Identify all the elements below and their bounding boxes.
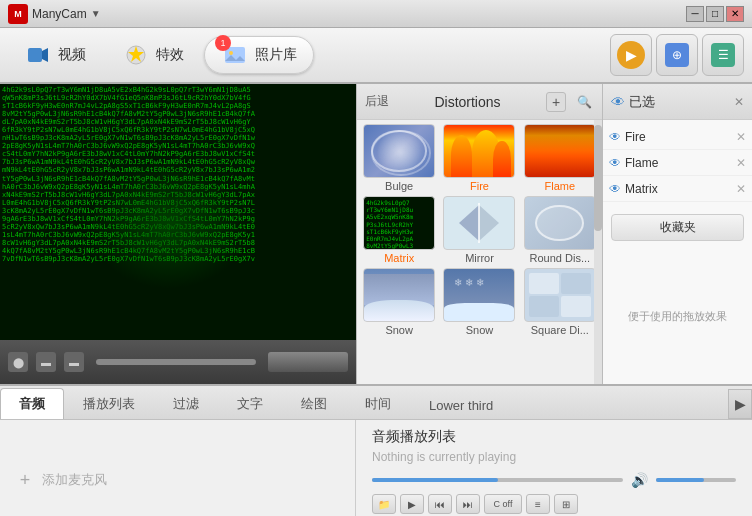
audio-status: Nothing is currently playing <box>372 450 736 464</box>
selected-header-text: 已选 <box>629 93 655 111</box>
svg-text:⊕: ⊕ <box>672 48 682 62</box>
audio-next-button[interactable]: ⏭ <box>456 494 480 514</box>
selected-remove-flame[interactable]: ✕ <box>736 156 746 170</box>
collect-button[interactable]: 收藏夹 <box>611 214 744 241</box>
selected-label-flame: Flame <box>625 156 732 170</box>
toolbar-btn-3[interactable]: ☰ <box>702 34 744 76</box>
effect-mirror[interactable]: Mirror <box>441 196 517 264</box>
selected-list: 👁 Fire ✕ 👁 Flame ✕ 👁 Matrix ✕ <box>603 120 752 206</box>
close-button[interactable]: ✕ <box>726 6 744 22</box>
audio-off-button[interactable]: C off <box>484 494 522 514</box>
snapshot-button[interactable]: ▬ <box>36 352 56 372</box>
effect-snow1[interactable]: Snow <box>361 268 437 336</box>
audio-controls: 📁 ▶ ⏮ ⏭ C off ≡ ⊞ <box>372 494 736 514</box>
add-mic-label: 添加麦克风 <box>42 471 107 489</box>
window-controls[interactable]: ─ □ ✕ <box>686 6 744 22</box>
effect-thumb-squaredis <box>524 268 596 322</box>
tab-effects[interactable]: 特效 <box>106 37 200 73</box>
video-display: 4hG2k9sL0pQ7rT3wY6mN1jD8uA5vE2xB4hG2k9sL… <box>0 84 356 340</box>
effect-label-matrix: Matrix <box>384 252 414 264</box>
selected-remove-matrix[interactable]: ✕ <box>736 182 746 196</box>
volume-slider[interactable] <box>656 478 736 482</box>
effect-thumb-snow1 <box>363 268 435 322</box>
effect-thumb-flame <box>524 124 596 178</box>
bottom-tabs: 音频 播放列表 过滤 文字 绘图 时间 Lower third ▶ <box>0 384 752 420</box>
effect-thumb-mirror <box>443 196 515 250</box>
selected-hint: 便于使用的拖放效果 <box>603 249 752 384</box>
tab-time[interactable]: 时间 <box>346 388 410 419</box>
effect-thumb-snow2: ❄ ❄ ❄ <box>443 268 515 322</box>
video-thumb[interactable] <box>268 352 348 372</box>
audio-folder-button[interactable]: 📁 <box>372 494 396 514</box>
record-button[interactable]: ⬤ <box>8 352 28 372</box>
selected-item-fire: 👁 Fire ✕ <box>603 124 752 150</box>
tab-text[interactable]: 文字 <box>218 388 282 419</box>
selected-eye-fire: 👁 <box>609 130 621 144</box>
effects-search-button[interactable]: 🔍 <box>574 92 594 112</box>
toolbar-btn-1[interactable]: ▶ <box>610 34 652 76</box>
selected-panel: 👁 已选 ✕ 👁 Fire ✕ 👁 Flame ✕ 👁 Matrix ✕ 收藏夹… <box>603 84 752 384</box>
tab-lower-third[interactable]: Lower third <box>410 391 512 419</box>
tab-photos[interactable]: 1 照片库 <box>204 36 314 74</box>
effect-snow2[interactable]: ❄ ❄ ❄ Snow <box>441 268 517 336</box>
audio-progress-thumb <box>372 478 498 482</box>
effects-header: 后退 Distortions + 🔍 <box>357 84 602 120</box>
breadcrumb[interactable]: 后退 <box>365 93 389 110</box>
scrollbar-thumb[interactable] <box>594 125 602 231</box>
effect-bulge[interactable]: Bulge <box>361 124 437 192</box>
svg-text:☰: ☰ <box>718 48 729 62</box>
main-toolbar: 视频 特效 1 照片库 ▶ ⊕ ☰ <box>0 28 752 84</box>
selected-remove-fire[interactable]: ✕ <box>736 130 746 144</box>
audio-list-button[interactable]: ≡ <box>526 494 550 514</box>
effect-squaredis[interactable]: Square Di... <box>522 268 598 336</box>
tab-draw[interactable]: 绘图 <box>282 388 346 419</box>
toolbar-right: ▶ ⊕ ☰ <box>610 34 744 76</box>
tab-audio[interactable]: 音频 <box>0 388 64 419</box>
photos-badge: 1 <box>215 35 231 51</box>
effects-add-button[interactable]: + <box>546 92 566 112</box>
volume-fill <box>656 478 704 482</box>
video-controls: ⬤ ▬ ▬ <box>0 340 356 384</box>
volume-icon: 🔊 <box>631 472 648 488</box>
effect-matrix[interactable]: 4hG2k9sL0pQ7rT3wY6mN1jD8uA5vE2xqW5nK8mP3… <box>361 196 437 264</box>
effects-scrollbar[interactable] <box>594 120 602 384</box>
audio-mixer-button[interactable]: ⊞ <box>554 494 578 514</box>
maximize-button[interactable]: □ <box>706 6 724 22</box>
matrix-face <box>89 161 249 289</box>
add-mic-icon: + <box>16 471 34 489</box>
settings-button[interactable]: ▬ <box>64 352 84 372</box>
toolbar-btn-2[interactable]: ⊕ <box>656 34 698 76</box>
effect-label-mirror: Mirror <box>465 252 494 264</box>
tabs-scroll-right[interactable]: ▶ <box>728 389 752 419</box>
svg-rect-0 <box>28 48 42 62</box>
effect-fire[interactable]: Fire <box>441 124 517 192</box>
eye-icon: 👁 <box>611 94 625 110</box>
selected-panel-close[interactable]: ✕ <box>734 95 744 109</box>
effects-panel: 后退 Distortions + 🔍 Bulge Fire <box>356 84 603 384</box>
selected-item-flame: 👁 Flame ✕ <box>603 150 752 176</box>
selected-label-fire: Fire <box>625 130 732 144</box>
app-dropdown[interactable]: ▼ <box>91 8 101 19</box>
audio-play-button[interactable]: ▶ <box>400 494 424 514</box>
video-icon <box>24 43 52 67</box>
effect-rounddis[interactable]: Round Dis... <box>522 196 598 264</box>
bottom-left-panel: + 添加麦克风 <box>0 420 356 516</box>
svg-text:▶: ▶ <box>626 47 637 63</box>
video-slider[interactable] <box>96 359 256 365</box>
svg-marker-11 <box>459 205 479 241</box>
tab-filter[interactable]: 过滤 <box>154 388 218 419</box>
audio-prev-button[interactable]: ⏮ <box>428 494 452 514</box>
tab-video[interactable]: 视频 <box>8 37 102 73</box>
audio-title: 音频播放列表 <box>372 428 736 446</box>
effects-icon <box>122 43 150 67</box>
effect-label-rounddis: Round Dis... <box>530 252 591 264</box>
selected-item-matrix: 👁 Matrix ✕ <box>603 176 752 202</box>
audio-progress-slider[interactable] <box>372 478 623 482</box>
minimize-button[interactable]: ─ <box>686 6 704 22</box>
effects-grid: Bulge Fire Flame 4h <box>357 120 602 384</box>
effect-flame[interactable]: Flame <box>522 124 598 192</box>
tab-effects-label: 特效 <box>156 46 184 64</box>
titlebar-left: M ManyCam ▼ <box>8 4 101 24</box>
tab-playlist[interactable]: 播放列表 <box>64 388 154 419</box>
svg-marker-1 <box>42 48 48 62</box>
